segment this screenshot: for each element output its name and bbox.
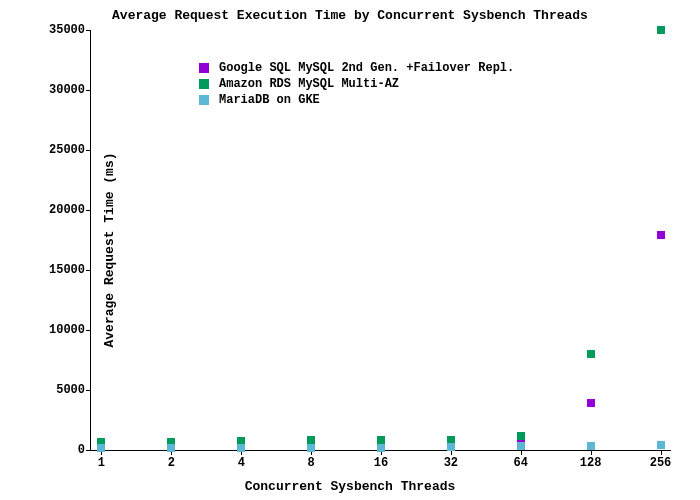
data-point bbox=[377, 444, 385, 452]
ytick-label: 35000 bbox=[49, 23, 91, 37]
xtick-label: 128 bbox=[580, 450, 602, 470]
legend: Google SQL MySQL 2nd Gen. +Failover Repl… bbox=[199, 60, 514, 108]
xtick-label: 1 bbox=[98, 450, 105, 470]
xtick-label: 32 bbox=[444, 450, 458, 470]
legend-item: Google SQL MySQL 2nd Gen. +Failover Repl… bbox=[199, 60, 514, 76]
ytick-label: 5000 bbox=[56, 383, 91, 397]
xtick-label: 64 bbox=[514, 450, 528, 470]
legend-swatch bbox=[199, 63, 209, 73]
data-point bbox=[657, 441, 665, 449]
chart-container: Average Request Execution Time by Concur… bbox=[0, 0, 700, 500]
legend-label: MariaDB on GKE bbox=[219, 93, 320, 107]
plot-area: Google SQL MySQL 2nd Gen. +Failover Repl… bbox=[90, 30, 671, 451]
xtick-label: 256 bbox=[650, 450, 672, 470]
chart-title: Average Request Execution Time by Concur… bbox=[0, 8, 700, 23]
ytick-label: 25000 bbox=[49, 143, 91, 157]
legend-item: Amazon RDS MySQL Multi-AZ bbox=[199, 76, 514, 92]
legend-item: MariaDB on GKE bbox=[199, 92, 514, 108]
ytick-label: 0 bbox=[78, 443, 91, 457]
data-point bbox=[97, 444, 105, 452]
data-point bbox=[517, 432, 525, 440]
xtick-label: 8 bbox=[308, 450, 315, 470]
data-point bbox=[167, 444, 175, 452]
ytick-label: 10000 bbox=[49, 323, 91, 337]
legend-label: Amazon RDS MySQL Multi-AZ bbox=[219, 77, 399, 91]
ytick-label: 20000 bbox=[49, 203, 91, 217]
xtick-label: 16 bbox=[374, 450, 388, 470]
legend-swatch bbox=[199, 79, 209, 89]
x-axis-label: Concurrent Sysbench Threads bbox=[0, 479, 700, 494]
data-point bbox=[447, 443, 455, 451]
data-point bbox=[587, 399, 595, 407]
data-point bbox=[657, 231, 665, 239]
ytick-label: 15000 bbox=[49, 263, 91, 277]
legend-swatch bbox=[199, 95, 209, 105]
data-point bbox=[237, 444, 245, 452]
xtick-label: 2 bbox=[168, 450, 175, 470]
data-point bbox=[517, 442, 525, 450]
ytick-label: 30000 bbox=[49, 83, 91, 97]
legend-label: Google SQL MySQL 2nd Gen. +Failover Repl… bbox=[219, 61, 514, 75]
xtick-label: 4 bbox=[238, 450, 245, 470]
data-point bbox=[587, 442, 595, 450]
data-point bbox=[657, 26, 665, 34]
data-point bbox=[587, 350, 595, 358]
data-point bbox=[307, 444, 315, 452]
